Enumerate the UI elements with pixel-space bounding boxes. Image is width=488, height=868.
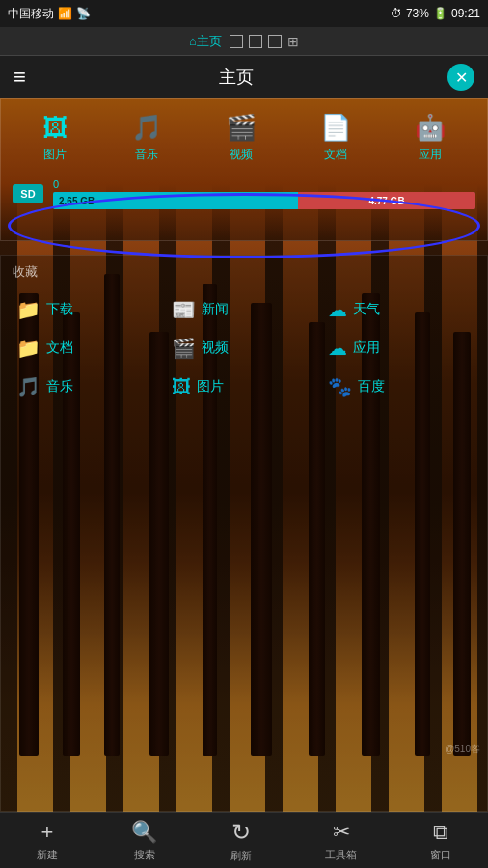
wifi-icon: 📡 bbox=[76, 7, 91, 20]
new-button[interactable]: + 新建 bbox=[37, 820, 58, 862]
new-label: 新建 bbox=[37, 848, 58, 862]
fav-video-label: 视频 bbox=[202, 339, 229, 357]
toolbox-icon: ✂ bbox=[333, 820, 350, 845]
fav-music[interactable]: 🎵 音乐 bbox=[13, 369, 164, 404]
favorites-grid: 📁 下载 📰 新闻 ☁ 天气 📁 文档 🎬 视频 ☁ 应用 bbox=[1, 285, 487, 412]
fav-baidu-label: 百度 bbox=[358, 378, 385, 395]
docs-item[interactable]: 📄 文档 bbox=[320, 113, 351, 163]
clock-icon: ⏱ bbox=[391, 7, 402, 20]
video-icon: 🎬 bbox=[226, 113, 257, 143]
tab-3[interactable] bbox=[268, 35, 282, 48]
fav-weather-label: 天气 bbox=[353, 301, 380, 318]
address-bar: ⌂主页 ⊞ bbox=[0, 27, 488, 56]
fav-pictures[interactable]: 🖼 图片 bbox=[168, 369, 319, 404]
sd-badge[interactable]: SD bbox=[13, 184, 43, 203]
window-button[interactable]: ⧉ 窗口 bbox=[430, 820, 451, 862]
address-bar-tabs: ⊞ bbox=[230, 34, 299, 49]
watermark: @510客 bbox=[445, 743, 480, 756]
pictures-item[interactable]: 🖼 图片 bbox=[42, 113, 68, 163]
storage-free-label: 4.77 GB bbox=[368, 196, 404, 206]
fav-weather[interactable]: ☁ 天气 bbox=[324, 292, 475, 327]
home-address-label[interactable]: ⌂主页 bbox=[189, 33, 222, 50]
fav-download[interactable]: 📁 下载 bbox=[13, 292, 164, 327]
signal-icon: 📶 bbox=[58, 7, 72, 20]
fav-docs-icon: 📁 bbox=[16, 337, 41, 360]
fav-news[interactable]: 📰 新闻 bbox=[168, 292, 319, 327]
music-item[interactable]: 🎵 音乐 bbox=[131, 113, 162, 163]
fav-pictures-icon: 🖼 bbox=[172, 376, 191, 398]
status-bar: 中国移动 📶 📡 ⏱ 73% 🔋 09:21 bbox=[0, 0, 488, 27]
pictures-label: 图片 bbox=[43, 147, 67, 163]
pictures-icon: 🖼 bbox=[42, 113, 68, 143]
video-label: 视频 bbox=[230, 147, 253, 163]
status-left: 中国移动 📶 📡 bbox=[8, 6, 91, 22]
docs-icon: 📄 bbox=[320, 113, 351, 143]
fav-docs[interactable]: 📁 文档 bbox=[13, 331, 164, 366]
carrier-label: 中国移动 bbox=[8, 6, 54, 22]
tab-grid-icon[interactable]: ⊞ bbox=[287, 34, 299, 49]
fav-apps[interactable]: ☁ 应用 bbox=[324, 331, 475, 366]
fav-music-icon: 🎵 bbox=[16, 375, 41, 398]
fav-docs-label: 文档 bbox=[46, 339, 73, 357]
hamburger-menu-button[interactable]: ≡ bbox=[14, 65, 26, 90]
category-icons-row: 🖼 图片 🎵 音乐 🎬 视频 📄 文档 🤖 应用 bbox=[1, 99, 487, 169]
fav-apps-icon: ☁ bbox=[328, 337, 347, 360]
storage-used-bar: 2.65 GB bbox=[53, 192, 298, 209]
header: ≡ 主页 ✕ bbox=[0, 56, 488, 98]
fav-apps-label: 应用 bbox=[353, 339, 380, 357]
news-icon: 📰 bbox=[172, 298, 196, 321]
fav-news-label: 新闻 bbox=[202, 301, 229, 318]
close-button[interactable]: ✕ bbox=[447, 64, 474, 91]
search-icon: 🔍 bbox=[131, 820, 157, 845]
main-content: 🖼 图片 🎵 音乐 🎬 视频 📄 文档 🤖 应用 SD bbox=[0, 98, 488, 812]
apps-item[interactable]: 🤖 应用 bbox=[415, 113, 446, 163]
storage-used-label: 2.65 GB bbox=[59, 196, 95, 206]
status-right: ⏱ 73% 🔋 09:21 bbox=[391, 7, 480, 20]
top-section: 🖼 图片 🎵 音乐 🎬 视频 📄 文档 🤖 应用 SD bbox=[0, 98, 488, 241]
tab-1[interactable] bbox=[230, 35, 243, 48]
window-label: 窗口 bbox=[430, 848, 451, 862]
fav-video[interactable]: 🎬 视频 bbox=[168, 331, 319, 366]
search-button[interactable]: 🔍 搜索 bbox=[131, 820, 157, 862]
storage-info: 0 2.65 GB 4.77 GB bbox=[53, 178, 475, 209]
storage-free-bar: 4.77 GB bbox=[298, 192, 475, 209]
search-label: 搜索 bbox=[134, 848, 155, 862]
page-title: 主页 bbox=[219, 66, 254, 89]
battery-icon: 🔋 bbox=[433, 7, 447, 20]
storage-bar: 2.65 GB 4.77 GB bbox=[53, 192, 475, 209]
toolbox-label: 工具箱 bbox=[325, 848, 357, 862]
refresh-button[interactable]: ↻ 刷新 bbox=[230, 819, 252, 863]
bottom-toolbar: + 新建 🔍 搜索 ↻ 刷新 ✂ 工具箱 ⧉ 窗口 bbox=[0, 812, 488, 868]
fav-baidu[interactable]: 🐾 百度 bbox=[324, 369, 475, 404]
window-icon: ⧉ bbox=[433, 820, 448, 845]
fav-baidu-icon: 🐾 bbox=[328, 375, 352, 398]
storage-count: 0 bbox=[53, 178, 475, 190]
refresh-icon: ↻ bbox=[231, 819, 251, 846]
tab-2[interactable] bbox=[249, 35, 262, 48]
new-icon: + bbox=[41, 820, 54, 845]
time-label: 09:21 bbox=[451, 7, 480, 20]
video-item[interactable]: 🎬 视频 bbox=[226, 113, 257, 163]
apps-label: 应用 bbox=[419, 147, 442, 163]
fav-pictures-label: 图片 bbox=[197, 378, 224, 395]
refresh-label: 刷新 bbox=[230, 849, 252, 863]
fav-video-icon: 🎬 bbox=[172, 337, 196, 360]
weather-icon: ☁ bbox=[328, 298, 347, 321]
docs-label: 文档 bbox=[324, 147, 347, 163]
storage-row: SD 0 2.65 GB 4.77 GB bbox=[1, 173, 487, 215]
fav-music-label: 音乐 bbox=[46, 378, 73, 395]
fav-download-label: 下载 bbox=[46, 301, 73, 318]
watermark-text: @510客 bbox=[445, 744, 480, 754]
favorites-section: 收藏 📁 下载 📰 新闻 ☁ 天气 📁 文档 🎬 视频 bbox=[0, 255, 488, 812]
close-icon: ✕ bbox=[455, 68, 468, 87]
music-label: 音乐 bbox=[135, 147, 158, 163]
download-icon: 📁 bbox=[16, 298, 41, 321]
favorites-title: 收藏 bbox=[1, 256, 487, 285]
battery-label: 73% bbox=[406, 7, 429, 20]
apps-icon: 🤖 bbox=[415, 113, 446, 143]
music-icon: 🎵 bbox=[131, 113, 162, 143]
toolbox-button[interactable]: ✂ 工具箱 bbox=[325, 820, 357, 862]
